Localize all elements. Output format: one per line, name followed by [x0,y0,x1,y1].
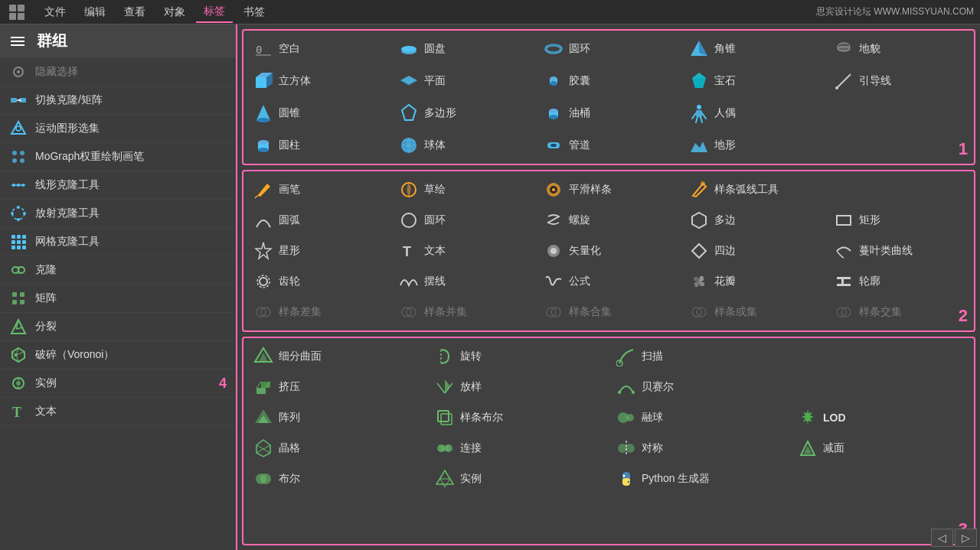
item-pyramid[interactable]: 角锥 [682,34,826,64]
item-cylinder-label: 圆柱 [279,138,300,152]
item-array[interactable]: 阵列 [247,402,426,433]
item-terrain[interactable]: 地形 [682,130,826,161]
svg-rect-101 [550,144,557,147]
svg-point-22 [12,207,24,220]
item-metaball[interactable]: 融球 [609,402,789,433]
item-text-spline[interactable]: T 文本 [392,236,536,266]
item-cone[interactable]: 圆锥 [247,98,390,129]
item-cycloid[interactable]: 摆线 [392,266,536,297]
menu-tag[interactable]: 标签 [196,2,233,23]
item-lod[interactable]: LOD [791,402,971,433]
item-loft[interactable]: 放样 [428,372,608,402]
item-pen[interactable]: 画笔 [247,174,390,205]
sidebar-item-mograph-brush[interactable]: MoGraph权重绘制画笔 [0,143,236,171]
sidebar-item-voronoi[interactable]: 破碎（Voronoi） [0,341,236,369]
item-lathe[interactable]: 旋转 [428,341,608,372]
svg-point-60 [401,46,416,52]
sidebar-item-clone[interactable]: 克隆 [0,256,236,285]
sidebar-item-hide[interactable]: 隐藏选择 [0,58,236,86]
item-cube[interactable]: 立方体 [247,66,390,96]
item-arc[interactable]: 圆弧 [247,205,390,236]
item-cissoid[interactable]: 蔓叶类曲线 [827,236,971,266]
item-helix[interactable]: 螺旋 [537,205,681,236]
item-empty[interactable]: 0 空白 [247,34,390,64]
item-smooth-spline[interactable]: 平滑样条 [537,174,681,205]
item-arc-tool[interactable]: 样条弧线工具 [682,174,826,205]
item-rectangle[interactable]: 矩形 [827,205,971,236]
item-torus[interactable]: 圆环 [537,34,681,64]
item-disc[interactable]: 圆盘 [392,34,536,64]
item-python-gen[interactable]: Python 生成器 [609,464,789,494]
disc-icon [398,38,420,60]
item-vectorize[interactable]: 矢量化 [537,236,681,266]
menu-bookmark[interactable]: 书签 [236,2,273,22]
item-boole[interactable]: 布尔 [247,464,426,494]
item-ngon[interactable]: 多边 [682,205,826,236]
item-reduce[interactable]: 减面 [791,433,971,464]
connect-icon [434,438,456,459]
sidebar-item-mograph-sel[interactable]: 运动图形选集 [0,115,236,143]
section2-number: 2 [959,306,968,326]
nav-left[interactable]: ◁ [931,529,953,547]
sidebar-item-text[interactable]: T 文本 [0,398,236,426]
sidebar-item-instance[interactable]: 实例 4 [0,369,236,398]
item-petal[interactable]: 花瓣 [682,266,826,297]
item-subdiv[interactable]: 细分曲面 [247,341,426,372]
item-spline-bool[interactable]: 样条布尔 [428,402,608,433]
cube-icon [253,70,274,92]
sweep-icon [616,346,637,367]
svg-rect-39 [20,292,24,297]
item-plane[interactable]: 平面 [392,66,536,96]
item-bezier[interactable]: 贝赛尔 [609,372,789,402]
fracture-icon [9,317,28,336]
item-tube[interactable]: 管道 [537,130,681,161]
menu-view[interactable]: 查看 [116,2,153,22]
item-plane-label: 平面 [424,74,446,88]
petal-icon [688,271,710,292]
item-4side[interactable]: 四边 [682,236,826,266]
item-symmetry[interactable]: 对称 [609,433,789,464]
nav-right[interactable]: ▷ [955,529,977,547]
polygon-icon [398,103,420,124]
item-sweep[interactable]: 扫描 [609,341,789,372]
item-profile[interactable]: 轮廓 [827,266,971,297]
svg-rect-3 [18,13,24,20]
item-formula[interactable]: 公式 [537,266,681,297]
item-figure[interactable]: 人偶 [682,98,826,129]
svg-point-97 [401,138,416,153]
item-guide[interactable]: 引导线 [827,66,971,96]
item-instance-gen[interactable]: 实例 [428,464,608,494]
item-landscape[interactable]: 地貌 [827,34,971,64]
item-spline-intersect: 样条交集 [827,297,971,327]
item-oiltank[interactable]: 油桶 [537,98,681,129]
item-extrude[interactable]: 挤压 [247,372,426,402]
item-lattice[interactable]: 晶格 [247,433,426,464]
item-capsule[interactable]: 胶囊 [537,66,681,96]
item-gear[interactable]: 齿轮 [247,266,390,297]
sidebar-item-fracture[interactable]: 分裂 [0,313,236,341]
item-gem[interactable]: 宝石 [682,66,826,96]
item-guide-label: 引导线 [859,74,891,88]
item-star[interactable]: 星形 [247,236,390,266]
empty-icon: 0 [253,38,274,60]
menu-file[interactable]: 文件 [37,2,74,22]
item-sketch[interactable]: 草绘 [392,174,536,205]
menu-edit[interactable]: 编辑 [77,2,113,22]
loft-icon [434,376,456,398]
menu-object[interactable]: 对象 [156,2,193,22]
item-sphere[interactable]: 球体 [392,130,536,161]
sidebar-item-toggle-clone[interactable]: 切换克隆/矩阵 [0,86,236,115]
sidebar-item-radial-clone[interactable]: 放射克隆工具 [0,200,236,228]
sidebar-item-grid-clone[interactable]: 网格克隆工具 [0,228,236,256]
svg-rect-32 [22,240,26,244]
item-polygon[interactable]: 多边形 [392,98,536,129]
svg-marker-164 [436,470,453,484]
item-connect[interactable]: 连接 [428,433,608,464]
item-cylinder[interactable]: 圆柱 [247,130,390,161]
sidebar-item-matrix[interactable]: 矩阵 [0,285,236,313]
item-circle[interactable]: 圆环 [392,205,536,236]
sidebar-item-linear-clone[interactable]: 线形克隆工具 [0,171,236,200]
instance-gen-icon [434,468,456,490]
cylinder-icon [253,135,274,156]
svg-point-87 [549,115,558,119]
